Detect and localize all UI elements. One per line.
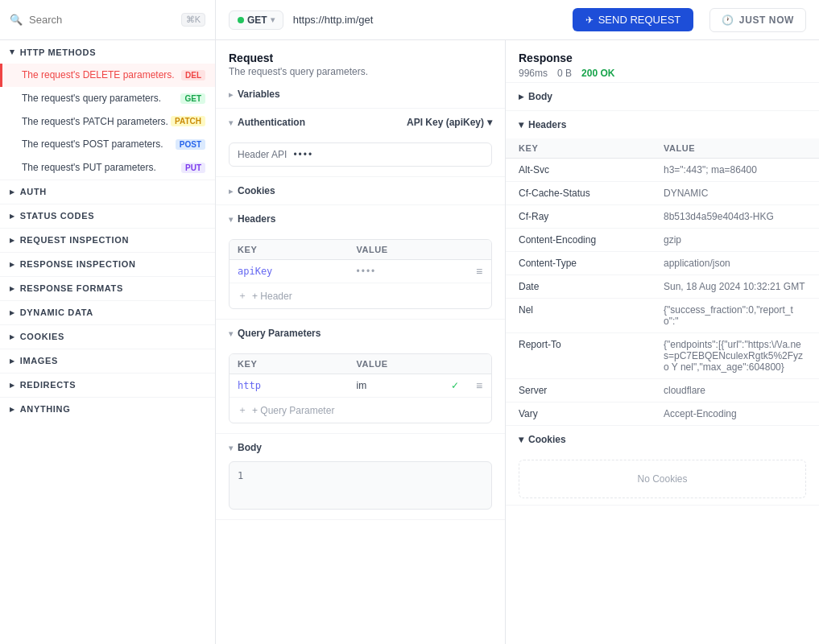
variables-section-header[interactable]: ▸ Variables	[216, 80, 505, 108]
auth-input-label: Header API	[238, 149, 287, 160]
nav-arrow-icon: ▸	[10, 211, 15, 221]
header-value-cell: ••••	[349, 260, 468, 283]
variables-label: Variables	[238, 89, 280, 100]
sidebar-section-http-methods[interactable]: ▾ HTTP METHODS	[0, 40, 215, 64]
resp-header-value: DYNAMIC	[651, 182, 819, 205]
request-panel: Request The request's query parameters. …	[216, 40, 506, 644]
headers-col-value: VALUE	[349, 240, 468, 259]
resp-header-value: Sun, 18 Aug 2024 10:32:21 GMT	[651, 275, 819, 299]
resp-header-key: Server	[506, 379, 651, 402]
response-headers-header[interactable]: ▾ Headers	[506, 111, 819, 138]
cookies-section: ▸ Cookies	[216, 177, 505, 205]
resp-header-value: gzip	[651, 229, 819, 252]
send-request-button[interactable]: ✈ SEND REQUEST	[573, 8, 694, 31]
resp-header-key: Report-To	[506, 333, 651, 379]
table-row: Cf-Ray8b513d4a59e404d3-HKG	[506, 205, 819, 229]
method-chevron-icon: ▾	[271, 15, 275, 24]
query-params-content: KEY VALUE http im ✓	[216, 353, 505, 433]
sidebar-nav-auth[interactable]: ▸ AUTH	[0, 180, 215, 204]
method-status-dot	[238, 17, 244, 23]
auth-type-selector[interactable]: API Key (apiKey) ▾	[407, 117, 492, 128]
collapse-arrow-icon: ▸	[229, 90, 233, 99]
sidebar-item-post[interactable]: The request's POST parameters. POST	[0, 133, 215, 156]
authentication-section-header[interactable]: ▾ Authentication API Key (apiKey) ▾	[216, 109, 505, 136]
query-params-label: Query Parameters	[238, 328, 321, 339]
search-shortcut: ⌘K	[181, 13, 205, 27]
method-tag-put: PUT	[181, 163, 205, 173]
nav-label: COOKIES	[20, 332, 64, 341]
resp-header-value: 8b513d4a59e404d3-HKG	[651, 205, 819, 229]
search-input[interactable]	[29, 14, 175, 26]
add-query-param-row[interactable]: ＋ + Query Parameter	[230, 398, 491, 423]
auth-input-value: ••••	[293, 149, 313, 160]
add-query-label: + Query Parameter	[252, 405, 334, 416]
resp-header-value: {"success_fraction":0,"report_to":"	[651, 299, 819, 333]
response-body-section: ▸ Body	[506, 83, 819, 111]
table-row: Alt-Svch3=":443"; ma=86400	[506, 159, 819, 182]
sidebar-nav-response-formats[interactable]: ▸ RESPONSE FORMATS	[0, 276, 215, 300]
auth-input[interactable]: Header API ••••	[229, 142, 492, 167]
resp-header-key: Content-Type	[506, 252, 651, 275]
sidebar-nav-response-inspection[interactable]: ▸ RESPONSE INSPECTION	[0, 252, 215, 276]
sidebar-nav-anything[interactable]: ▸ ANYTHING	[0, 397, 215, 421]
sidebar-nav-request-inspection[interactable]: ▸ REQUEST INSPECTION	[0, 228, 215, 252]
nav-label: IMAGES	[20, 356, 58, 365]
top-bar: 🔍 ⌘K GET ▾ ✈ SEND REQUEST 🕐 JUST NOW	[0, 0, 819, 40]
sidebar-nav-images[interactable]: ▸ IMAGES	[0, 349, 215, 373]
method-tag-get: GET	[180, 93, 205, 104]
sidebar-item-put[interactable]: The request's PUT parameters. PUT	[0, 156, 215, 180]
sidebar-item-delete[interactable]: The request's DELETE parameters. DEL	[0, 64, 215, 87]
response-headers-body: Alt-Svch3=":443"; ma=86400Cf-Cache-Statu…	[506, 159, 819, 426]
response-cookies-section: ▾ Cookies No Cookies	[506, 426, 819, 506]
query-params-table-header: KEY VALUE	[230, 354, 491, 374]
clock-icon: 🕐	[722, 14, 734, 26]
query-value-text: im	[357, 380, 367, 391]
response-body-header[interactable]: ▸ Body	[506, 83, 819, 110]
cookies-section-header[interactable]: ▸ Cookies	[216, 177, 505, 204]
nav-arrow-icon: ▸	[10, 380, 15, 390]
method-tag-del: DEL	[181, 70, 205, 80]
cookies-label: Cookies	[238, 185, 275, 196]
headers-table-header: KEY VALUE	[230, 240, 491, 260]
variables-section: ▸ Variables	[216, 80, 505, 109]
response-size: 0 B	[557, 68, 572, 79]
nav-label: RESPONSE FORMATS	[20, 283, 123, 293]
query-params-section-header[interactable]: ▾ Query Parameters	[216, 320, 505, 347]
sidebar-item-text: The request's DELETE parameters.	[22, 68, 175, 82]
method-tag-post: POST	[176, 139, 205, 150]
response-meta: 996ms 0 B 200 OK	[519, 68, 806, 79]
nav-label: REDIRECTS	[20, 380, 77, 390]
body-section-header[interactable]: ▾ Body	[216, 434, 505, 461]
table-row: Report-To{"endpoints":[{"url":"https:\/\…	[506, 333, 819, 379]
body-label: Body	[238, 442, 262, 453]
add-header-row[interactable]: ＋ + Header	[230, 283, 491, 308]
resp-header-value: {"endpoints":[{"url":"https:\/\/a.ne s=p…	[651, 333, 819, 379]
nav-arrow-icon: ▸	[10, 404, 15, 415]
cookies-collapse-icon: ▸	[229, 187, 233, 196]
sidebar-item-get[interactable]: The request's query parameters. GET	[0, 87, 215, 110]
nav-label: AUTH	[20, 187, 47, 196]
sidebar-nav-status-codes[interactable]: ▸ STATUS CODES	[0, 204, 215, 228]
sidebar-nav-cookies[interactable]: ▸ COOKIES	[0, 324, 215, 349]
headers-section-header[interactable]: ▾ Headers	[216, 205, 505, 233]
headers-section: ▾ Headers KEY VALUE apiKey ••••	[216, 205, 505, 320]
nav-label: ANYTHING	[20, 404, 71, 414]
response-headers-table: KEY VALUE Alt-Svch3=":443"; ma=86400Cf-C…	[506, 138, 819, 425]
sidebar-item-patch[interactable]: The request's PATCH parameters. PATCH	[0, 110, 215, 134]
nav-label: DYNAMIC DATA	[20, 308, 93, 317]
method-selector[interactable]: GET ▾	[229, 10, 283, 30]
search-box[interactable]: 🔍 ⌘K	[0, 0, 216, 40]
request-panel-header: Request The request's query parameters.	[216, 40, 505, 80]
body-input[interactable]: 1	[229, 461, 492, 510]
sidebar-nav-redirects[interactable]: ▸ REDIRECTS	[0, 373, 215, 397]
body-collapse-icon: ▾	[229, 444, 233, 452]
resp-header-value: Accept-Encoding	[651, 402, 819, 426]
response-cookies-header[interactable]: ▾ Cookies	[506, 426, 819, 453]
headers-collapse-icon: ▾	[519, 119, 523, 130]
sidebar-nav-dynamic-data[interactable]: ▸ DYNAMIC DATA	[0, 300, 215, 324]
table-row: DateSun, 18 Aug 2024 10:32:21 GMT	[506, 275, 819, 299]
url-input[interactable]	[293, 14, 563, 26]
headers-table: KEY VALUE apiKey •••• ≡ ＋	[229, 239, 492, 309]
just-now-button[interactable]: 🕐 JUST NOW	[709, 8, 806, 32]
header-key-cell: apiKey	[230, 260, 349, 283]
